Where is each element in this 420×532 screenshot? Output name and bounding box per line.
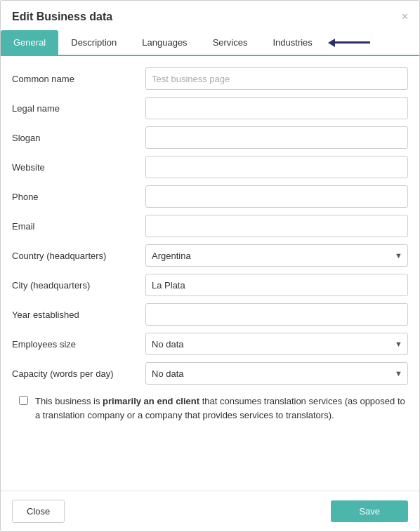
capacity-select[interactable]: No data < 1000 1000-5000 5000-10000 1000…	[145, 362, 408, 385]
save-button[interactable]: Save	[331, 500, 408, 522]
tabs-bar: General Description Languages Services I…	[1, 30, 419, 56]
country-select[interactable]: Argentina Brazil United States Spain	[145, 244, 408, 267]
tab-industries[interactable]: Industries	[260, 30, 324, 55]
phone-label: Phone	[12, 192, 145, 202]
tab-languages[interactable]: Languages	[129, 30, 199, 55]
tab-general[interactable]: General	[1, 30, 58, 55]
email-row: Email	[12, 215, 408, 237]
close-x-button[interactable]: ×	[402, 11, 408, 22]
year-label: Year established	[12, 310, 145, 320]
close-button[interactable]: Close	[12, 500, 65, 523]
capacity-row: Capacity (words per day) No data < 1000 …	[12, 362, 408, 385]
employees-select[interactable]: No data 1-10 11-50 51-200 201-500 500+	[145, 333, 408, 355]
employees-row: Employees size No data 1-10 11-50 51-200…	[12, 333, 408, 355]
country-label: Country (headquarters)	[12, 251, 145, 261]
year-row: Year established	[12, 303, 408, 326]
legal-name-label: Legal name	[12, 103, 145, 114]
capacity-select-wrapper: No data < 1000 1000-5000 5000-10000 1000…	[145, 362, 408, 385]
phone-row: Phone	[12, 185, 408, 208]
website-label: Website	[12, 162, 145, 173]
slogan-input[interactable]	[145, 126, 408, 149]
city-input[interactable]	[145, 274, 408, 296]
capacity-label: Capacity (words per day)	[12, 368, 145, 379]
modal-footer: Close Save	[1, 491, 419, 531]
email-input[interactable]	[145, 215, 408, 237]
form-body: Common name Legal name Slogan Website Ph…	[1, 56, 419, 491]
slogan-row: Slogan	[12, 126, 408, 149]
website-row: Website	[12, 156, 408, 178]
city-row: City (headquarters)	[12, 274, 408, 296]
arrow-indicator	[328, 39, 370, 47]
common-name-input[interactable]	[145, 67, 408, 90]
legal-name-input[interactable]	[145, 97, 408, 119]
employees-select-wrapper: No data 1-10 11-50 51-200 201-500 500+ ▼	[145, 333, 408, 355]
end-client-checkbox[interactable]	[19, 396, 28, 405]
common-name-row: Common name	[12, 67, 408, 90]
common-name-label: Common name	[12, 74, 145, 84]
country-select-wrapper: Argentina Brazil United States Spain ▼	[145, 244, 408, 267]
arrow-line	[335, 41, 370, 44]
phone-input[interactable]	[145, 185, 408, 208]
website-input[interactable]	[145, 156, 408, 178]
tab-description[interactable]: Description	[58, 30, 129, 55]
city-label: City (headquarters)	[12, 280, 145, 291]
year-input[interactable]	[145, 303, 408, 326]
email-label: Email	[12, 221, 145, 232]
end-client-checkbox-row: This business is primarily an end client…	[12, 394, 408, 422]
end-client-label: This business is primarily an end client…	[35, 394, 408, 422]
modal-header: Edit Business data ×	[1, 1, 419, 30]
slogan-label: Slogan	[12, 133, 145, 143]
legal-name-row: Legal name	[12, 97, 408, 119]
country-row: Country (headquarters) Argentina Brazil …	[12, 244, 408, 267]
modal-title: Edit Business data	[12, 11, 112, 23]
tab-services[interactable]: Services	[200, 30, 261, 55]
arrow-head-icon	[328, 39, 335, 47]
employees-label: Employees size	[12, 339, 145, 350]
edit-business-modal: Edit Business data × General Description…	[0, 0, 420, 532]
